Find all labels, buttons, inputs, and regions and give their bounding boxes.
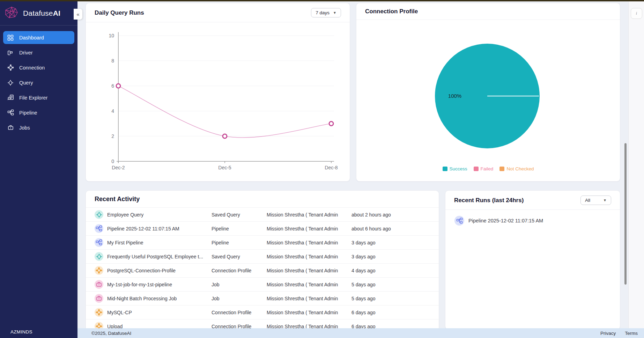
activity-name: MySQL-CP	[107, 310, 212, 315]
sidebar-item-label: File Explorer	[19, 95, 47, 101]
query-icon	[95, 252, 103, 261]
activity-owner: Mission Shrestha ( Tenant Admin	[267, 254, 351, 259]
recent-runs-card: Recent Runs (last 24hrs) All ▼ Pipeline …	[445, 190, 620, 330]
pie-legend: SuccessFailedNot Checked	[356, 166, 620, 171]
svg-text:Dec-8: Dec-8	[325, 165, 338, 170]
activity-owner: Mission Shrestha ( Tenant Admin	[267, 212, 351, 218]
table-row[interactable]: MySQL-CPConnection ProfileMission Shrest…	[86, 306, 439, 319]
activity-name: My First Pipeline	[107, 240, 212, 245]
activity-time: 5 days ago	[351, 282, 376, 287]
activity-owner: Mission Shrestha ( Tenant Admin	[267, 310, 351, 315]
activity-time: about 2 hours ago	[351, 212, 391, 218]
run-label: Pipeline 2025-12-02 11:07:15 AM	[468, 218, 543, 223]
job-icon	[95, 280, 103, 289]
main-content: Daily Query Runs 7 days ▼ 0246810Dec-2De…	[77, 1, 644, 338]
recent-activity-table: Employee QuerySaved QueryMission Shresth…	[86, 208, 439, 333]
chevron-down-icon: ▼	[603, 198, 607, 202]
sidebar-item-dashboard[interactable]: Dashboard	[3, 31, 74, 44]
data-point-Dec-2[interactable]	[116, 84, 120, 88]
activity-owner: Mission Shrestha ( Tenant Admin	[267, 296, 351, 301]
recent-runs-list: Pipeline 2025-12-02 11:07:15 AM	[445, 210, 620, 226]
svg-text:Dec-5: Dec-5	[218, 165, 231, 170]
activity-time: 3 days ago	[351, 240, 376, 245]
activity-time: 3 days ago	[351, 254, 376, 259]
daily-query-runs-card: Daily Query Runs 7 days ▼ 0246810Dec-2De…	[86, 3, 350, 182]
pipeline-icon	[95, 224, 103, 233]
table-row[interactable]: My First PipelinePipelineMission Shresth…	[86, 236, 439, 250]
brand-logo-icon	[4, 6, 19, 20]
sidebar-collapse-button[interactable]: «	[74, 9, 82, 20]
svg-text:10: 10	[109, 33, 114, 38]
legend-item-success[interactable]: Success	[443, 166, 467, 171]
data-point-Dec-8[interactable]	[329, 122, 333, 126]
job-icon	[7, 124, 14, 131]
activity-name: Pipeline 2025-12-02 11:07:15 AM	[107, 226, 212, 232]
list-item[interactable]: Pipeline 2025-12-02 11:07:15 AM	[445, 210, 620, 226]
pipeline-icon	[454, 216, 464, 226]
runs-filter-select[interactable]: All ▼	[580, 196, 611, 205]
connection-profile-card: Connection Profile 100% SuccessFailedNot…	[356, 3, 620, 182]
recent-activity-card: Recent Activity Employee QuerySaved Quer…	[86, 190, 439, 338]
sidebar-footer-text: AZMINDS	[10, 329, 32, 335]
terms-link[interactable]: Terms	[625, 331, 638, 336]
table-row[interactable]: Pipeline 2025-12-02 11:07:15 AMPipelineM…	[86, 222, 439, 236]
sidebar-item-label: Connection	[19, 65, 45, 71]
pipeline-icon	[95, 238, 103, 247]
table-row[interactable]: Employee QuerySaved QueryMission Shresth…	[86, 208, 439, 222]
activity-type: Saved Query	[212, 212, 267, 218]
privacy-link[interactable]: Privacy	[600, 331, 616, 336]
query-icon	[95, 210, 103, 219]
activity-time: 5 days ago	[351, 296, 376, 301]
activity-time: about 6 hours ago	[351, 226, 391, 232]
job-icon	[95, 294, 103, 303]
table-row[interactable]: PostgreSQL-Connection-ProfileConnection …	[86, 264, 439, 278]
activity-type: Saved Query	[212, 254, 267, 259]
svg-text:8: 8	[111, 58, 114, 64]
connection-profile-title: Connection Profile	[365, 8, 418, 15]
table-row[interactable]: Frequently Useful PostgreSQL Employee t.…	[86, 250, 439, 264]
sidebar-item-label: Query	[19, 80, 33, 86]
brand-name: DatafuseAI	[23, 9, 60, 17]
connection-profile-pie-chart: 100%	[356, 20, 620, 160]
sidebar-item-jobs[interactable]: Jobs	[3, 121, 74, 134]
sidebar-item-label: Jobs	[19, 125, 30, 131]
recent-runs-title: Recent Runs (last 24hrs)	[454, 197, 524, 204]
legend-swatch	[499, 167, 504, 171]
table-row[interactable]: My-1st-job-for-my-1st-pipelineJobMission…	[86, 278, 439, 292]
legend-swatch	[474, 167, 479, 171]
sidebar-item-label: Dashboard	[19, 35, 44, 41]
svg-text:0: 0	[111, 159, 114, 164]
svg-text:Dec-2: Dec-2	[112, 165, 125, 170]
sidebar-item-query[interactable]: Query	[3, 76, 74, 89]
info-button[interactable]: i	[631, 8, 642, 19]
svg-text:6: 6	[111, 83, 114, 89]
query-icon	[7, 79, 14, 86]
activity-type: Pipeline	[212, 240, 267, 245]
page-footer: ©2025, DatafuseAI PrivacyTerms	[77, 328, 644, 338]
sidebar: DatafuseAI DashboardDriverConnectionQuer…	[0, 1, 77, 338]
activity-type: Connection Profile	[212, 310, 267, 315]
copyright-text: ©2025, DatafuseAI	[91, 331, 131, 336]
sidebar-nav: DashboardDriverConnectionQueryFile Explo…	[0, 31, 77, 134]
sidebar-item-file-explorer[interactable]: File Explorer	[3, 91, 74, 104]
activity-time: 4 days ago	[351, 268, 376, 273]
activity-name: PostgreSQL-Connection-Profile	[107, 268, 212, 273]
table-row[interactable]: Mid-Night Batch Processing JobJobMission…	[86, 292, 439, 306]
sidebar-item-connection[interactable]: Connection	[3, 61, 74, 74]
sidebar-item-driver[interactable]: Driver	[3, 46, 74, 59]
recent-activity-title: Recent Activity	[95, 196, 140, 203]
activity-name: Employee Query	[107, 212, 212, 218]
legend-item-not-checked[interactable]: Not Checked	[499, 166, 534, 171]
sidebar-item-pipeline[interactable]: Pipeline	[3, 106, 74, 119]
legend-swatch	[443, 167, 447, 171]
data-point-Dec-5[interactable]	[223, 134, 227, 138]
sidebar-item-label: Driver	[19, 50, 33, 56]
vertical-scrollbar[interactable]	[624, 143, 627, 285]
svg-text:4: 4	[111, 108, 114, 114]
legend-item-failed[interactable]: Failed	[474, 166, 494, 171]
right-rail: i	[628, 1, 644, 338]
chevron-down-icon: ▼	[333, 11, 336, 15]
range-select[interactable]: 7 days ▼	[311, 8, 341, 17]
activity-name: Frequently Useful PostgreSQL Employee t.…	[107, 254, 212, 259]
legend-label: Not Checked	[506, 166, 534, 171]
